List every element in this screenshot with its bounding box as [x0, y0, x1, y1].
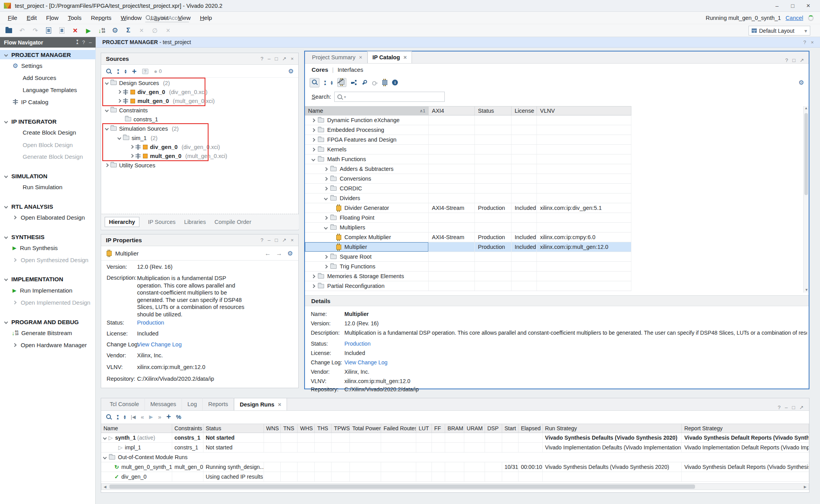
maximize-button[interactable]: □: [785, 1, 800, 11]
catalog-row[interactable]: Conversions: [305, 174, 631, 184]
column-axi4[interactable]: AXI4: [429, 106, 475, 115]
catalog-row[interactable]: Embedded Processing: [305, 125, 631, 135]
tree-item-utility-sources[interactable]: Utility Sources: [102, 161, 155, 170]
tab-design-runs[interactable]: Design Runs×: [234, 398, 287, 410]
catalog-row-complex-multiplier[interactable]: Complex MultiplierAXI4-StreamProductionI…: [305, 232, 631, 242]
help-icon[interactable]: ?: [803, 39, 806, 45]
sidebar-item-generate-block-design[interactable]: Generate Block Design: [0, 152, 96, 161]
menu-tools[interactable]: Tools: [63, 14, 86, 21]
chevron-right-icon[interactable]: [105, 163, 109, 167]
customize-ip-icon[interactable]: [361, 80, 367, 85]
tab-reports[interactable]: Reports: [203, 398, 234, 410]
interfaces-view[interactable]: Interfaces: [337, 66, 363, 73]
info-icon[interactable]: i: [392, 80, 398, 85]
catalog-row[interactable]: FPGA Features and Design: [305, 135, 631, 145]
run-row-mult-gen-0-synth-1[interactable]: ↻mult_gen_0_synth_1 mult_gen_0 Running s…: [101, 462, 809, 472]
sidebar-section-program-and-debug[interactable]: PROGRAM AND DEBUG: [0, 317, 96, 327]
close-tab-icon[interactable]: ×: [359, 54, 362, 60]
chevron-down-icon[interactable]: [312, 157, 316, 161]
percent-icon[interactable]: %: [176, 413, 181, 420]
minimize-panel-icon[interactable]: –: [89, 39, 92, 45]
redo-icon[interactable]: ↷: [30, 26, 40, 35]
catalog-row[interactable]: Adders & Subtracters: [305, 164, 631, 174]
catalog-row[interactable]: Memories & Storage Elements: [305, 272, 631, 281]
chevron-down-icon[interactable]: [103, 455, 107, 459]
expand-all-icon[interactable]: ▴▾: [331, 80, 333, 85]
chevron-right-icon[interactable]: [324, 167, 328, 171]
group-by-hierarchy-icon[interactable]: [351, 80, 357, 85]
tree-item-simulation-sources[interactable]: Simulation Sources (2): [102, 124, 179, 133]
gear-icon[interactable]: ⚙: [287, 250, 293, 257]
minimize-panel-icon[interactable]: –: [785, 405, 788, 410]
sidebar-item-open-block-design[interactable]: Open Block Design: [0, 140, 96, 149]
tab-project-summary[interactable]: Project Summary×: [307, 51, 367, 63]
run-row-synth-1[interactable]: ▷synth_1 (active) constrs_1 Not started …: [101, 433, 809, 443]
tree-item-sim-1[interactable]: sim_1 (2): [102, 133, 157, 142]
chevron-right-icon[interactable]: [118, 90, 121, 94]
column-uram[interactable]: URAM: [464, 424, 485, 433]
column-tpws[interactable]: TPWS: [332, 424, 350, 433]
sidebar-item-add-sources[interactable]: Add Sources: [0, 73, 96, 82]
chevron-right-icon[interactable]: [324, 186, 328, 190]
sidebar-item-open-implemented-design[interactable]: Open Implemented Design: [0, 298, 96, 307]
chevron-right-icon[interactable]: [130, 154, 134, 158]
chevron-right-icon[interactable]: [130, 145, 134, 149]
catalog-row[interactable]: Kernels: [305, 145, 631, 154]
column-vlnv[interactable]: VLNV: [537, 106, 631, 115]
column-failed-routes[interactable]: Failed Routes: [381, 424, 416, 433]
catalog-row[interactable]: Math Functions: [305, 154, 631, 164]
search-icon[interactable]: [106, 68, 112, 74]
sidebar-item-open-synthesized-design[interactable]: Open Synthesized Design: [0, 255, 96, 264]
add-sources-icon[interactable]: +: [132, 68, 137, 75]
scroll-up-icon[interactable]: ▲: [804, 106, 808, 110]
float-panel-icon[interactable]: ↗: [282, 56, 287, 62]
column-report-strategy[interactable]: Report Strategy: [682, 424, 809, 433]
horizontal-scrollbar[interactable]: ◀ ▶: [101, 483, 809, 490]
tab-messages[interactable]: Messages: [145, 398, 182, 410]
chevron-right-icon[interactable]: [324, 216, 328, 220]
sidebar-item-project-manager[interactable]: PROJECT MANAGER: [0, 50, 96, 59]
column-tns[interactable]: TNS: [281, 424, 298, 433]
column-constraints[interactable]: Constraints: [172, 424, 203, 433]
float-panel-icon[interactable]: ↗: [282, 237, 287, 243]
sidebar-section-ip-integrator[interactable]: IP INTEGRATOR: [0, 117, 96, 126]
catalog-row[interactable]: CORDIC: [305, 184, 631, 193]
column-name[interactable]: Name∧1: [305, 106, 429, 115]
menu-flow[interactable]: Flow: [41, 14, 63, 21]
hide-incompatible-ip-icon[interactable]: [337, 78, 346, 87]
chevron-down-icon[interactable]: [118, 136, 121, 140]
help-icon[interactable]: ?: [260, 56, 263, 62]
view-change-log-link[interactable]: View Change Log: [137, 341, 182, 348]
sidebar-item-open-hardware-manager[interactable]: Open Hardware Manager: [0, 340, 96, 350]
tab-tcl-console[interactable]: Tcl Console: [104, 398, 145, 410]
tab-log[interactable]: Log: [182, 398, 203, 410]
sidebar-section-rtl-analysis[interactable]: RTL ANALYSIS: [0, 202, 96, 211]
float-panel-icon[interactable]: ↗: [800, 57, 804, 63]
unhighlight-icon[interactable]: ∅: [150, 26, 160, 35]
tab-hierarchy[interactable]: Hierarchy: [105, 217, 139, 227]
menu-edit[interactable]: Edit: [22, 14, 41, 21]
sidebar-section-synthesis[interactable]: SYNTHESIS: [0, 232, 96, 241]
catalog-row[interactable]: Dividers: [305, 193, 631, 203]
expand-all-icon[interactable]: ▴▾: [125, 69, 127, 74]
cancel-run-link[interactable]: Cancel: [786, 15, 803, 21]
delete-icon[interactable]: ×: [70, 26, 80, 35]
column-ths[interactable]: THS: [315, 424, 332, 433]
help-icon[interactable]: ?: [778, 405, 781, 410]
scroll-left-icon[interactable]: ◀: [102, 485, 109, 489]
quick-access-search[interactable]: Quick Access: [145, 14, 189, 22]
chevron-down-icon[interactable]: [105, 127, 109, 131]
create-runs-icon[interactable]: +: [166, 412, 171, 421]
copy-icon[interactable]: [57, 26, 67, 35]
scrollbar-thumb[interactable]: [804, 113, 808, 195]
minimize-button[interactable]: –: [769, 1, 785, 11]
chevron-down-icon[interactable]: [105, 81, 109, 85]
sidebar-item-create-block-design[interactable]: Create Block Design: [0, 128, 96, 137]
close-button[interactable]: ×: [800, 1, 816, 11]
column-dsp[interactable]: DSP: [485, 424, 502, 433]
missing-sources-icon[interactable]: ?: [142, 69, 148, 74]
tab-compile-order[interactable]: Compile Order: [214, 219, 251, 225]
tree-item-constraints[interactable]: Constraints: [102, 106, 148, 115]
float-panel-icon[interactable]: ↗: [799, 405, 804, 410]
column-wns[interactable]: WNS: [264, 424, 281, 433]
